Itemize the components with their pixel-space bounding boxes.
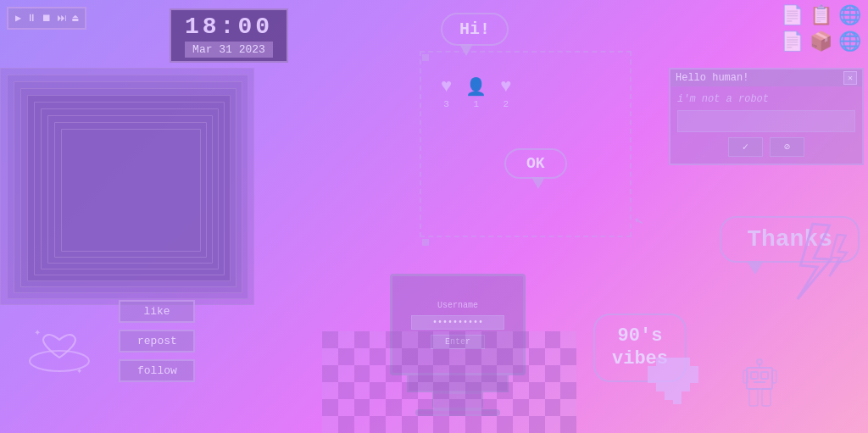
svg-rect-22 <box>682 383 690 391</box>
svg-rect-11 <box>682 366 690 375</box>
svg-rect-5 <box>682 358 690 366</box>
svg-rect-35 <box>762 389 771 406</box>
svg-rect-7 <box>648 366 656 375</box>
clock-time: 18:00 <box>185 14 273 40</box>
svg-rect-17 <box>682 375 690 383</box>
window-stack-10 <box>61 129 201 252</box>
heart-planet-decoration: ✦ ✦ <box>25 319 93 399</box>
svg-rect-15 <box>665 375 673 383</box>
pixel-heart-icon <box>648 358 698 416</box>
captcha-input[interactable] <box>677 110 855 132</box>
social-buttons: like repost follow <box>119 300 195 382</box>
next-btn[interactable]: ⏭ <box>57 12 67 25</box>
svg-rect-18 <box>690 375 698 383</box>
play-btn[interactable]: ▶ <box>15 12 21 25</box>
cancel-button[interactable]: ⊘ <box>770 137 804 157</box>
stop-btn[interactable]: ⏹ <box>42 12 52 25</box>
doc-icon-4: 📦 <box>810 31 835 53</box>
svg-rect-25 <box>673 400 682 404</box>
svg-rect-12 <box>690 366 698 375</box>
svg-rect-34 <box>749 389 758 406</box>
svg-rect-28 <box>761 372 768 379</box>
robot-icon <box>737 355 783 420</box>
sq-dot-2 <box>422 239 429 246</box>
svg-rect-13 <box>648 375 656 383</box>
dialog-subtitle: i'm not a robot <box>677 93 855 105</box>
hi-speech-bubble: Hi! <box>441 13 509 46</box>
doc-icon-3: 📄 <box>781 31 806 53</box>
eject-btn[interactable]: ⏏ <box>72 12 78 25</box>
dialog-titlebar: Hello human! ✕ <box>670 69 862 86</box>
dialog-button-row: ✓ ⊘ <box>677 137 855 157</box>
clock-date: Mar 31 2023 <box>185 42 273 58</box>
svg-rect-32 <box>743 370 748 383</box>
doc-icon-1: 📄 <box>781 4 806 27</box>
svg-text:✦: ✦ <box>76 365 82 377</box>
svg-rect-33 <box>772 370 776 383</box>
dialog-close-button[interactable]: ✕ <box>843 71 857 85</box>
main-canvas: ▶ ⏸ ⏹ ⏭ ⏏ 18:00 Mar 31 2023 like repost … <box>0 0 868 433</box>
svg-rect-10 <box>673 366 682 375</box>
like-button[interactable]: like <box>119 300 195 323</box>
dialog-title: Hello human! <box>676 72 748 84</box>
clock-widget: 18:00 Mar 31 2023 <box>170 8 288 63</box>
scribble-decoration <box>779 218 855 323</box>
svg-rect-6 <box>673 358 682 366</box>
pause-btn[interactable]: ⏸ <box>26 12 36 25</box>
svg-rect-27 <box>751 372 758 379</box>
svg-rect-4 <box>665 358 673 366</box>
cursor-arrow: ↖ <box>632 209 645 230</box>
svg-rect-19 <box>656 383 665 391</box>
checkerboard-floor <box>322 331 576 433</box>
svg-rect-3 <box>656 358 665 366</box>
password-field: •••••••••• <box>411 315 504 330</box>
dashed-selection-area <box>420 51 632 237</box>
doc-icon-5: 🌐 <box>838 31 864 53</box>
confirm-button[interactable]: ✓ <box>728 137 763 157</box>
svg-rect-20 <box>665 383 673 391</box>
svg-rect-9 <box>665 366 673 375</box>
media-player: ▶ ⏸ ⏹ ⏭ ⏏ <box>7 7 86 30</box>
svg-rect-16 <box>673 375 682 383</box>
follow-button[interactable]: follow <box>119 359 195 382</box>
username-label: Username <box>437 301 478 310</box>
svg-rect-21 <box>673 383 682 391</box>
doc-icons-area: 📄 📋 🌐 📄 📦 🌐 <box>781 4 864 53</box>
svg-rect-14 <box>656 375 665 383</box>
sq-dot-1 <box>422 54 429 61</box>
hi-text: Hi! <box>459 19 490 39</box>
svg-point-31 <box>757 359 762 364</box>
svg-rect-23 <box>665 391 673 400</box>
hello-dialog: Hello human! ✕ i'm not a robot ✓ ⊘ <box>669 68 864 165</box>
globe-icon: 🌐 <box>838 4 864 27</box>
repost-button[interactable]: repost <box>119 330 195 353</box>
dialog-body: i'm not a robot ✓ ⊘ <box>670 86 862 164</box>
svg-rect-8 <box>656 366 665 375</box>
doc-icon-2: 📋 <box>810 4 835 27</box>
svg-text:✦: ✦ <box>34 325 42 339</box>
svg-rect-24 <box>673 391 682 400</box>
